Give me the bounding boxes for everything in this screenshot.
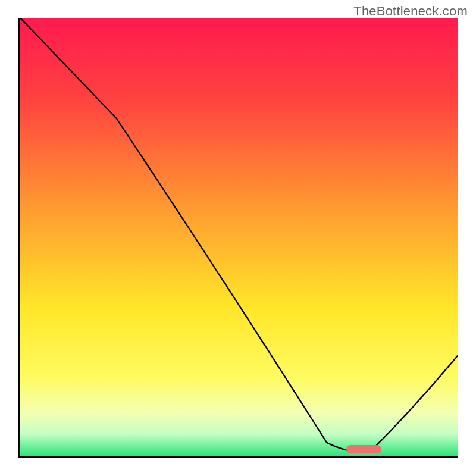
bottleneck-curve [20,18,458,452]
optimal-marker [346,445,381,453]
curve-layer [20,18,458,456]
plot-area [18,18,458,458]
watermark-text: TheBottleneck.com [353,4,468,19]
